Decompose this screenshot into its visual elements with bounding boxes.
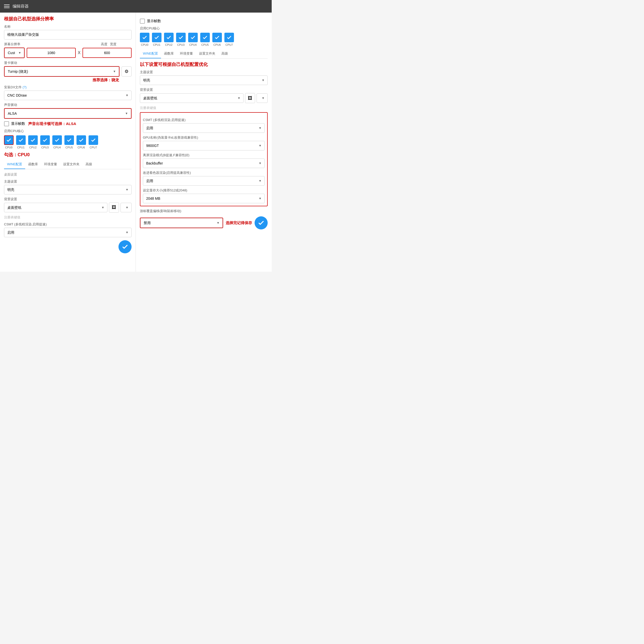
bg-label: 背景设置 xyxy=(4,197,132,202)
cpu-core-item: CPU4 xyxy=(52,135,62,149)
theme-select[interactable]: 明亮 xyxy=(4,185,132,194)
gpu-select[interactable]: Turnip (骁龙) xyxy=(5,67,119,76)
cpu6-checkbox-right[interactable] xyxy=(212,33,222,42)
cpu6-checkbox[interactable] xyxy=(76,135,86,145)
cpu7-label-right: CPU7 xyxy=(225,43,233,46)
cursor-label: 游标覆盖偏移(影响鼠标移动) xyxy=(140,209,268,213)
bg-select-right[interactable]: 桌面壁纸 xyxy=(140,93,244,103)
desktop-section: 桌面设置 xyxy=(4,172,132,177)
gpu-name-select-wrapper: 9800GT ▼ xyxy=(143,141,265,150)
name-input[interactable] xyxy=(4,30,132,39)
cpu0-checkbox[interactable] xyxy=(4,135,14,145)
cpu0-checkbox-right[interactable] xyxy=(140,33,149,42)
cpu4-checkbox-right[interactable] xyxy=(188,33,198,42)
show-fps-label-right: 显示帧数 xyxy=(147,19,161,23)
bg-image-button-right[interactable]: 🖼 xyxy=(245,93,255,103)
csmt-select-right[interactable]: 启用 xyxy=(143,123,265,133)
cpu1-checkbox[interactable] xyxy=(16,135,26,145)
theme-label-right: 主题设置 xyxy=(140,70,268,74)
cpu2-label-right: CPU2 xyxy=(165,43,172,46)
highlight-settings-box: CSMT (多线程渲染,启用提速) 启用 ▼ GPU名称(伪装显卡id,改善游戏… xyxy=(140,112,268,206)
bg-extra-select-right[interactable] xyxy=(257,93,268,103)
cpu2-checkbox[interactable] xyxy=(28,135,38,145)
gpu-label: 显卡驱动 xyxy=(4,61,132,65)
resolution-select[interactable]: Custom xyxy=(5,48,24,58)
bg-extra-select[interactable] xyxy=(120,203,132,212)
cpu7-checkbox[interactable] xyxy=(89,135,98,145)
theme-select-wrapper-right: 明亮 ▼ xyxy=(140,75,268,85)
dx-select[interactable]: CNC DDraw xyxy=(4,91,132,100)
offscreen-label: 离屏渲染模式(B提速,F兼容性好) xyxy=(143,153,265,157)
cpu3-checkbox-right[interactable] xyxy=(176,33,186,42)
shader-select[interactable]: 启用 xyxy=(143,176,265,186)
vram-select[interactable]: 2048 MB xyxy=(143,194,265,203)
bg-select-wrapper: 桌面壁纸 ▼ xyxy=(4,203,107,212)
header-title: 编辑容器 xyxy=(13,4,29,9)
tab-advanced[interactable]: 高级 xyxy=(83,160,95,169)
theme-label: 主题设置 xyxy=(4,179,132,184)
bg-select[interactable]: 桌面壁纸 xyxy=(4,203,107,212)
show-fps-checkbox[interactable] xyxy=(4,121,9,126)
cursor-select[interactable]: 禁用 xyxy=(140,218,223,228)
save-row-left xyxy=(4,240,132,258)
theme-select-wrapper: 明亮 ▼ xyxy=(4,185,132,194)
cpu7-checkbox-right[interactable] xyxy=(224,33,234,42)
save-button-left[interactable] xyxy=(118,240,132,253)
cpu5-label-right: CPU5 xyxy=(201,43,209,46)
left-panel: 根据自己机型选择分辨率 名称 屏幕分辨率 宽度 高度 Custom ▼ X 显卡… xyxy=(0,13,136,272)
menu-icon[interactable] xyxy=(4,5,10,8)
height-input[interactable] xyxy=(83,48,132,58)
cpu-core-item-r: CPU4 xyxy=(188,33,198,46)
audio-annotation: 声音出现卡顿可选择：ALSA xyxy=(28,122,76,126)
cpu6-label-right: CPU6 xyxy=(213,43,221,46)
wine-annotation: 以下设置可根据自己机型配置优化 xyxy=(140,62,268,67)
tab-file-folder-right[interactable]: 设置文件夹 xyxy=(196,49,218,58)
show-fps-row-right: 显示帧数 xyxy=(140,19,268,24)
cpu4-checkbox[interactable] xyxy=(52,135,62,145)
bg-select-row: 桌面壁纸 ▼ 🖼 ▼ xyxy=(4,203,132,213)
cpu-core-item: CPU7 xyxy=(89,135,98,149)
resolution-row: Custom ▼ X xyxy=(4,48,132,58)
theme-select-right[interactable]: 明亮 xyxy=(140,75,268,85)
show-fps-checkbox-right[interactable] xyxy=(140,19,145,24)
gpu-name-select[interactable]: 9800GT xyxy=(143,141,265,150)
header: 编辑容器 xyxy=(0,0,272,13)
cpu5-checkbox[interactable] xyxy=(64,135,74,145)
gpu-settings-button[interactable]: ⚙ xyxy=(122,66,132,76)
cpu-core-item-r: CPU6 xyxy=(212,33,222,46)
cpu-core-item: CPU6 xyxy=(76,135,86,149)
cpu-label: 启用CPU核心 xyxy=(4,129,132,133)
cpu-cores-grid-right: CPU0 CPU1 CPU2 CPU3 xyxy=(140,33,268,46)
save-row-right: 禁用 ▼ 选择完记得保存 xyxy=(140,216,268,234)
tab-wine-config[interactable]: WINE配置 xyxy=(4,160,25,169)
csmt-select[interactable]: 启用 xyxy=(4,228,132,237)
cpu-core-item-r: CPU2 xyxy=(164,33,174,46)
gpu-row: Turnip (骁龙) ▼ ⚙ xyxy=(4,66,132,77)
offscreen-select[interactable]: Backbuffer xyxy=(143,158,265,168)
audio-select[interactable]: ALSA xyxy=(5,109,131,118)
cpu1-checkbox-right[interactable] xyxy=(152,33,162,42)
tab-libs-right[interactable]: 函数库 xyxy=(161,49,177,58)
audio-select-wrapper: ALSA ▼ xyxy=(4,108,132,119)
cpu3-checkbox[interactable] xyxy=(40,135,50,145)
tab-libs[interactable]: 函数库 xyxy=(25,160,41,169)
tab-advanced-right[interactable]: 高级 xyxy=(218,49,231,58)
cpu-core-item-r: CPU3 xyxy=(176,33,186,46)
save-button-right[interactable] xyxy=(255,216,268,229)
title-annotation: 根据自己机型选择分辨率 xyxy=(4,16,132,22)
cpu4-label: CPU4 xyxy=(53,146,61,149)
gpu-name-label: GPU名称(伪装显卡id,改善游戏兼容性) xyxy=(143,135,265,140)
cpu5-checkbox-right[interactable] xyxy=(200,33,210,42)
tab-wine-config-right[interactable]: WINE配置 xyxy=(140,49,161,58)
tab-env-vars[interactable]: 环境变量 xyxy=(41,160,60,169)
csmt-select-wrapper: 启用 ▼ xyxy=(4,228,132,237)
tab-file-folder[interactable]: 设置文件夹 xyxy=(60,160,83,169)
cpu2-checkbox-right[interactable] xyxy=(164,33,174,42)
cpu-core-item: CPU3 xyxy=(40,135,50,149)
cpu-core-item-r: CPU0 xyxy=(140,33,149,46)
bg-image-button[interactable]: 🖼 xyxy=(109,203,119,213)
cpu3-label-right: CPU3 xyxy=(177,43,184,46)
width-input[interactable] xyxy=(27,48,76,58)
cpu1-label: CPU1 xyxy=(17,146,24,149)
tab-env-vars-right[interactable]: 环境变量 xyxy=(177,49,196,58)
